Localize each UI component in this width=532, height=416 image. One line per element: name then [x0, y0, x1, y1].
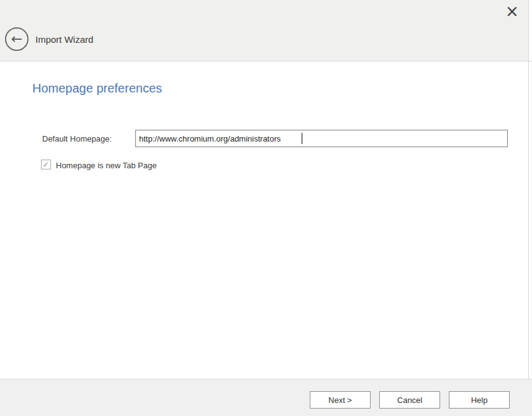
homepage-newtab-checkbox[interactable]: ✓ [41, 160, 51, 170]
close-icon: × [505, 2, 519, 20]
header-divider [0, 61, 532, 61]
default-homepage-label: Default Homepage: [42, 134, 112, 143]
check-icon: ✓ [42, 160, 50, 169]
cancel-button[interactable]: Cancel [379, 391, 440, 409]
text-caret [302, 133, 302, 144]
page-title: Homepage preferences [32, 81, 162, 96]
next-button[interactable]: Next > [310, 391, 371, 409]
back-button[interactable]: ← [5, 27, 29, 51]
back-arrow-icon: ← [11, 31, 22, 47]
help-button[interactable]: Help [449, 391, 510, 409]
wizard-title: Import Wizard [35, 27, 93, 51]
default-homepage-input[interactable] [135, 130, 508, 147]
homepage-newtab-label: Homepage is new Tab Page [56, 161, 156, 170]
close-button[interactable]: × [500, 1, 524, 21]
window-right-border [528, 0, 529, 379]
import-wizard-dialog: × ← Import Wizard Homepage preferences D… [0, 0, 532, 416]
